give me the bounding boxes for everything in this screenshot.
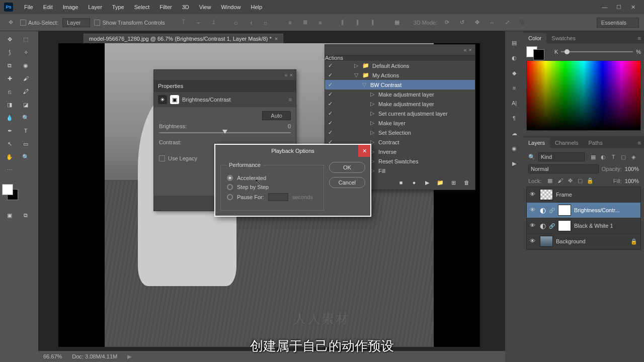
lock-all-icon[interactable]: 🔒 — [587, 177, 594, 184]
blend-mode-dropdown[interactable]: Normal — [528, 164, 599, 173]
action-row[interactable]: ✓▷Make adjustment layer — [325, 99, 475, 109]
visibility-toggle[interactable]: 👁 — [530, 207, 537, 214]
layers-panel-menu-icon[interactable]: ≡ — [635, 138, 644, 148]
channels-tab[interactable]: Channels — [550, 138, 583, 148]
document-tab[interactable]: model-956676_1280.jpg @ 66.7% (Brightnes… — [84, 34, 283, 43]
properties-titlebar[interactable]: «× — [154, 70, 296, 80]
close-icon[interactable]: × — [290, 72, 293, 78]
play-icon[interactable]: ▶ — [424, 179, 431, 186]
new-set-icon[interactable]: 📁 — [437, 179, 444, 186]
lock-pos-icon[interactable]: ✥ — [567, 177, 574, 184]
clone-stamp-tool[interactable]: ⎌ — [2, 85, 17, 98]
auto-button[interactable]: Auto — [262, 111, 291, 120]
align-hcenter-icon[interactable]: ⫞ — [246, 17, 257, 28]
dialog-close-button[interactable]: ✕ — [358, 145, 370, 157]
menu-layer[interactable]: Layer — [83, 2, 107, 12]
filter-adj-icon[interactable]: ◐ — [600, 154, 607, 160]
record-icon[interactable]: ● — [411, 179, 418, 186]
accelerated-radio[interactable]: Accelerated — [227, 175, 317, 181]
brush-tool[interactable]: 🖌 — [18, 72, 33, 84]
eyedropper-tool[interactable]: ◉ — [18, 59, 33, 71]
magic-wand-tool[interactable]: ✧ — [18, 46, 33, 58]
delete-action-icon[interactable]: 🗑 — [463, 179, 470, 186]
menu-filter[interactable]: Filter — [154, 2, 177, 12]
slide-3d-icon[interactable]: ↔ — [487, 17, 498, 28]
menu-view[interactable]: View — [194, 2, 216, 12]
collapse-icon[interactable]: « — [463, 47, 466, 53]
swatches-tab[interactable]: Swatches — [546, 33, 581, 43]
show-transform-checkbox[interactable]: Show Transform Controls — [94, 20, 165, 26]
action-row[interactable]: ✓▷Set Selection — [325, 128, 475, 137]
visibility-toggle[interactable]: 👁 — [530, 222, 537, 229]
search-icon[interactable]: 🔍 — [528, 154, 535, 160]
close-icon[interactable]: × — [469, 47, 472, 53]
quick-mask-toggle[interactable]: ▣ — [2, 209, 17, 221]
color-spectrum[interactable] — [526, 60, 641, 131]
stop-icon[interactable]: ■ — [397, 179, 405, 186]
workspace-selector[interactable]: Essentials — [597, 18, 639, 28]
align-right-icon[interactable]: ⟥ — [261, 17, 272, 28]
color-K-slider[interactable] — [561, 51, 633, 52]
menu-file[interactable]: File — [19, 2, 38, 12]
action-row[interactable]: ✓▽BW Contrast — [325, 80, 475, 89]
libraries-icon[interactable]: ▤ — [509, 37, 520, 48]
layer-item[interactable]: 👁Frame — [527, 187, 640, 203]
roll-3d-icon[interactable]: ↺ — [456, 17, 467, 28]
paths-tab[interactable]: Paths — [584, 138, 608, 148]
scale-3d-icon[interactable]: ⤢ — [502, 17, 513, 28]
visibility-toggle[interactable]: 👁 — [530, 238, 537, 245]
close-tab-icon[interactable]: × — [275, 36, 278, 42]
new-action-icon[interactable]: ⊞ — [450, 179, 457, 186]
visibility-toggle[interactable]: 👁 — [530, 191, 537, 198]
action-row[interactable]: ✓▽📁My Actions — [325, 70, 475, 80]
dist-hcenter-icon[interactable]: ∥ — [352, 17, 363, 28]
layer-filter-dropdown[interactable]: Kind — [538, 152, 585, 161]
fill-value[interactable]: 100% — [625, 178, 639, 184]
cancel-button[interactable]: Cancel — [329, 177, 365, 188]
pan-3d-icon[interactable]: ✥ — [471, 17, 482, 28]
color-tab[interactable]: Color — [523, 33, 546, 43]
layer-item[interactable]: 👁Background🔒 — [527, 234, 640, 249]
ok-button[interactable]: OK — [329, 162, 365, 173]
type-tool[interactable]: T — [18, 125, 33, 137]
screen-mode-toggle[interactable]: ⧉ — [18, 209, 33, 221]
dialog-titlebar[interactable]: Playback Options ✕ — [215, 145, 370, 157]
dist-vcenter-icon[interactable]: ≣ — [300, 17, 311, 28]
filter-shape-icon[interactable]: ▢ — [620, 154, 627, 160]
filter-type-icon[interactable]: T — [610, 154, 617, 160]
align-bottom-icon[interactable]: ⟘ — [208, 17, 219, 28]
align-vcenter-icon[interactable]: ⫟ — [193, 17, 204, 28]
lock-artboard-icon[interactable]: ▢ — [577, 177, 584, 184]
camera-3d-icon[interactable]: 🎥 — [517, 17, 528, 28]
menu-3d[interactable]: 3D — [177, 2, 194, 12]
action-row[interactable]: ✓▷Make adjustment layer — [325, 89, 475, 99]
color-bg-swatch[interactable] — [533, 49, 544, 60]
properties-panel-menu-icon[interactable]: ≡ — [289, 97, 292, 103]
paragraph-icon[interactable]: ¶ — [509, 113, 520, 124]
filter-pixel-icon[interactable]: ▦ — [590, 154, 597, 160]
fg-bg-color[interactable] — [2, 184, 18, 200]
adjustments-icon[interactable]: ◐ — [509, 52, 520, 63]
menu-image[interactable]: Image — [58, 2, 84, 12]
cloud-icon[interactable]: ☁ — [509, 128, 520, 139]
dist-left-icon[interactable]: ∥ — [337, 17, 348, 28]
action-row[interactable]: ✓▷📁Default Actions — [325, 61, 475, 70]
pause-for-radio[interactable]: Pause For:seconds — [227, 193, 317, 201]
settings-icon[interactable]: ≡ — [509, 82, 520, 94]
eraser-tool[interactable]: ◨ — [2, 99, 17, 111]
edit-toolbar[interactable]: ⋯ — [2, 164, 17, 176]
color-panel-menu-icon[interactable]: ≡ — [635, 33, 644, 43]
marquee-tool[interactable]: ⬚ — [18, 33, 33, 45]
menu-select[interactable]: Select — [129, 2, 155, 12]
character-icon[interactable]: A| — [509, 98, 520, 109]
actions-titlebar[interactable]: «× — [325, 45, 475, 55]
styles-icon[interactable]: ◆ — [509, 67, 520, 78]
lock-trans-icon[interactable]: ▦ — [546, 177, 553, 184]
auto-select-checkbox[interactable]: Auto-Select: — [20, 20, 58, 26]
maximize-button[interactable]: ☐ — [612, 2, 626, 12]
crop-tool[interactable]: ⧉ — [2, 59, 17, 71]
lasso-tool[interactable]: ⟆ — [2, 46, 17, 58]
collapse-icon[interactable]: « — [284, 72, 287, 78]
brightness-slider[interactable] — [159, 132, 291, 133]
align-left-icon[interactable]: ⟤ — [230, 17, 242, 28]
